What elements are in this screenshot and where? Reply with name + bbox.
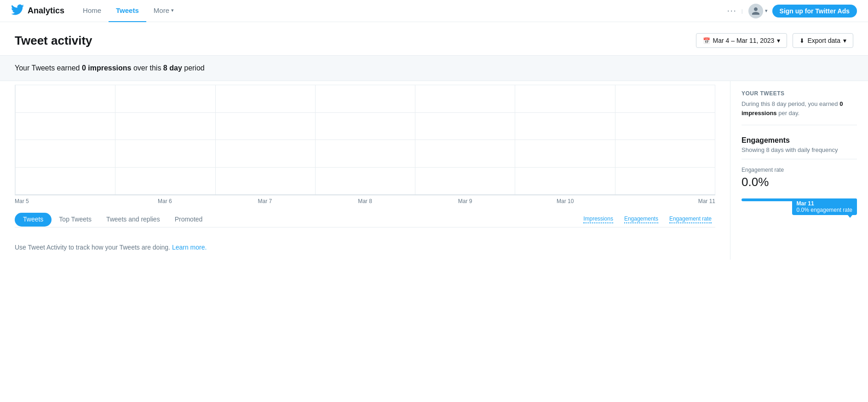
engagement-bar-container: Mar 11 0.0% engagement rate bbox=[742, 198, 857, 217]
engagement-tooltip: Mar 11 0.0% engagement rate bbox=[792, 198, 857, 215]
tweet-tabs: Tweets Top Tweets Tweets and replies Pro… bbox=[15, 212, 715, 227]
column-headers: Impressions Engagements Engagement rate bbox=[583, 216, 715, 223]
col-engagements[interactable]: Engagements bbox=[624, 216, 658, 223]
tab-tweets[interactable]: Tweets bbox=[15, 213, 52, 227]
nav-home[interactable]: Home bbox=[75, 0, 109, 22]
page-header: Tweet activity 📅 Mar 4 – Mar 11, 2023 ▾ … bbox=[0, 22, 868, 55]
signup-button[interactable]: Sign up for Twitter Ads bbox=[772, 5, 857, 17]
x-label-mar5: Mar 5 bbox=[15, 198, 115, 204]
sidebar: YOUR TWEETS During this 8 day period, yo… bbox=[730, 81, 868, 260]
your-tweets-desc: During this 8 day period, you earned 0 i… bbox=[742, 99, 857, 117]
x-label-mar7: Mar 7 bbox=[215, 198, 315, 204]
col-impressions[interactable]: Impressions bbox=[583, 216, 613, 223]
engagement-rate-label: Engagement rate bbox=[742, 167, 857, 173]
header-actions: 📅 Mar 4 – Mar 11, 2023 ▾ ⬇ Export data ▾ bbox=[696, 33, 853, 48]
vert-line bbox=[715, 85, 715, 195]
engagement-rate-value: 0.0% bbox=[742, 175, 857, 189]
your-tweets-title: YOUR TWEETS bbox=[742, 90, 857, 97]
tab-tweets-replies[interactable]: Tweets and replies bbox=[99, 212, 167, 227]
vert-line bbox=[315, 85, 316, 195]
nav-more[interactable]: More ▾ bbox=[146, 0, 181, 22]
impressions-banner: Your Tweets earned 0 impressions over th… bbox=[0, 55, 868, 81]
vert-line bbox=[215, 85, 216, 195]
chart-section: Mar 5 Mar 6 Mar 7 Mar 8 Mar 9 Mar 10 Mar… bbox=[0, 81, 730, 260]
grid-line bbox=[15, 112, 715, 113]
vert-line bbox=[115, 85, 115, 195]
vert-line bbox=[515, 85, 515, 195]
engagements-section: Engagements Showing 8 days with daily fr… bbox=[742, 136, 857, 217]
brand-title: Analytics bbox=[28, 6, 64, 16]
chart-container: Mar 5 Mar 6 Mar 7 Mar 8 Mar 9 Mar 10 Mar… bbox=[15, 85, 715, 204]
tab-top-tweets[interactable]: Top Tweets bbox=[52, 212, 99, 227]
x-label-mar8: Mar 8 bbox=[315, 198, 415, 204]
tab-promoted[interactable]: Promoted bbox=[167, 212, 210, 227]
page-title: Tweet activity bbox=[15, 34, 92, 48]
navbar: Analytics Home Tweets More ▾ ··· | ▾ Sig… bbox=[0, 0, 868, 22]
chart-grid-lines bbox=[15, 85, 715, 195]
main-content: Mar 5 Mar 6 Mar 7 Mar 8 Mar 9 Mar 10 Mar… bbox=[0, 81, 868, 260]
grid-line bbox=[15, 167, 715, 168]
engagements-title: Engagements bbox=[742, 136, 857, 145]
nav-links: Home Tweets More ▾ bbox=[75, 0, 181, 22]
chart-vertical-lines bbox=[15, 85, 715, 195]
export-button[interactable]: ⬇ Export data ▾ bbox=[793, 33, 853, 48]
export-chevron-icon: ▾ bbox=[843, 37, 846, 44]
learn-more-link[interactable]: Learn more. bbox=[172, 244, 207, 251]
navbar-right: ··· | ▾ Sign up for Twitter Ads bbox=[727, 4, 857, 18]
grid-line bbox=[15, 194, 715, 195]
empty-state: Use Tweet Activity to track how your Twe… bbox=[15, 227, 715, 260]
x-label-mar10: Mar 10 bbox=[515, 198, 615, 204]
avatar-wrap[interactable]: ▾ bbox=[748, 4, 768, 18]
chart-x-labels: Mar 5 Mar 6 Mar 7 Mar 8 Mar 9 Mar 10 Mar… bbox=[15, 195, 715, 204]
calendar-icon: 📅 bbox=[703, 37, 710, 44]
nav-tweets[interactable]: Tweets bbox=[109, 0, 146, 22]
x-label-mar11: Mar 11 bbox=[615, 198, 715, 204]
more-chevron-icon: ▾ bbox=[171, 7, 174, 13]
twitter-bird-icon bbox=[11, 3, 24, 19]
more-options-icon: ··· bbox=[727, 6, 737, 16]
vert-line bbox=[15, 85, 16, 195]
grid-line bbox=[15, 140, 715, 140]
avatar-chevron-icon: ▾ bbox=[765, 8, 768, 14]
x-label-mar9: Mar 9 bbox=[415, 198, 515, 204]
avatar bbox=[748, 4, 763, 18]
date-chevron-icon: ▾ bbox=[777, 37, 780, 44]
chart-area bbox=[15, 85, 715, 195]
vert-line bbox=[415, 85, 415, 195]
vert-line bbox=[615, 85, 615, 195]
x-label-mar6: Mar 6 bbox=[115, 198, 215, 204]
date-range-button[interactable]: 📅 Mar 4 – Mar 11, 2023 ▾ bbox=[696, 33, 788, 48]
download-icon: ⬇ bbox=[799, 37, 805, 44]
col-engagement-rate[interactable]: Engagement rate bbox=[669, 216, 712, 223]
brand: Analytics bbox=[11, 3, 64, 19]
grid-line bbox=[15, 85, 715, 85]
engagements-subtitle: Showing 8 days with daily frequency bbox=[742, 146, 857, 159]
your-tweets-section: YOUR TWEETS During this 8 day period, yo… bbox=[742, 90, 857, 125]
